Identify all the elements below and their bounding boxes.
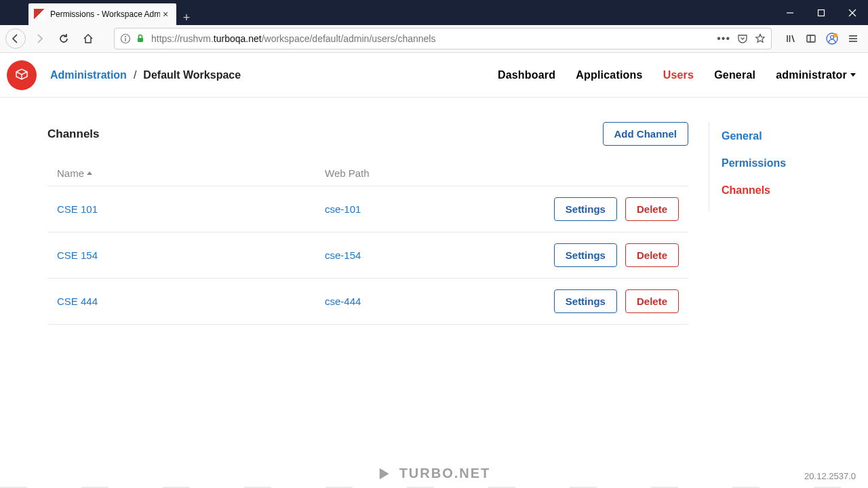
breadcrumb-current: Default Workspace <box>143 69 241 81</box>
forward-button[interactable] <box>28 28 50 49</box>
svg-rect-11 <box>807 35 815 42</box>
reload-button[interactable] <box>53 28 75 49</box>
footer-brand: TURBO.NET <box>399 466 491 481</box>
address-bar[interactable]: https://rushvm.turboqa.net/workspace/def… <box>114 28 772 49</box>
menu-icon[interactable] <box>848 33 859 44</box>
nav-user-menu[interactable]: administrator <box>776 69 856 81</box>
channel-name-link[interactable]: CSE 444 <box>57 296 98 307</box>
footer: TURBO.NET <box>0 466 868 481</box>
window-controls <box>774 0 868 25</box>
table-row: CSE 101cse-101SettingsDelete <box>47 186 688 232</box>
info-icon[interactable] <box>120 33 131 44</box>
delete-button[interactable]: Delete <box>625 197 679 221</box>
add-channel-button[interactable]: Add Channel <box>603 122 689 146</box>
page-title: Channels <box>47 127 100 141</box>
nav-dashboard[interactable]: Dashboard <box>498 69 555 81</box>
tab-close-icon[interactable]: × <box>160 9 171 20</box>
channel-path-link[interactable]: cse-444 <box>325 296 361 307</box>
svg-point-15 <box>833 33 837 37</box>
side-nav: General Permissions Channels <box>709 122 837 211</box>
browser-tab-bar: Permissions - Workspace Admi × + <box>0 0 868 25</box>
nav-general[interactable]: General <box>714 69 755 81</box>
channel-name-link[interactable]: CSE 101 <box>57 203 98 215</box>
maximize-icon[interactable] <box>806 0 837 25</box>
column-name[interactable]: Name <box>57 167 325 179</box>
back-button[interactable] <box>5 28 26 49</box>
settings-button[interactable]: Settings <box>554 197 617 221</box>
delete-button[interactable]: Delete <box>625 243 679 267</box>
more-icon[interactable]: ••• <box>717 33 730 45</box>
app-logo-icon[interactable] <box>7 60 37 90</box>
svg-point-14 <box>831 36 834 39</box>
main-nav: Dashboard Applications Users General adm… <box>498 69 856 81</box>
nav-applications[interactable]: Applications <box>576 69 642 81</box>
column-path[interactable]: Web Path <box>325 167 679 179</box>
svg-point-5 <box>125 36 126 37</box>
channel-name-link[interactable]: CSE 154 <box>57 249 98 261</box>
breadcrumb: Administration / Default Workspace <box>50 69 241 81</box>
svg-rect-1 <box>818 9 825 16</box>
app-header: Administration / Default Workspace Dashb… <box>0 53 868 98</box>
svg-line-10 <box>792 35 794 42</box>
library-icon[interactable] <box>785 33 796 44</box>
pocket-icon[interactable] <box>737 33 748 44</box>
table-row: CSE 444cse-444SettingsDelete <box>47 279 688 325</box>
sidenav-permissions[interactable]: Permissions <box>722 157 837 169</box>
close-window-icon[interactable] <box>837 0 868 25</box>
tab-title: Permissions - Workspace Admi <box>50 9 160 19</box>
channel-path-link[interactable]: cse-154 <box>325 249 361 261</box>
lock-icon[interactable] <box>135 33 146 44</box>
new-tab-button[interactable]: + <box>176 11 197 25</box>
browser-tab[interactable]: Permissions - Workspace Admi × <box>28 3 176 25</box>
tab-favicon-icon <box>34 9 45 20</box>
sidenav-general[interactable]: General <box>722 130 837 142</box>
delete-button[interactable]: Delete <box>625 289 679 313</box>
url-text: https://rushvm.turboqa.net/workspace/def… <box>151 33 717 44</box>
sort-asc-icon <box>87 171 92 175</box>
footer-logo-icon <box>378 466 393 481</box>
breadcrumb-separator: / <box>134 69 136 81</box>
browser-toolbar: https://rushvm.turboqa.net/workspace/def… <box>0 25 868 53</box>
home-button[interactable] <box>77 28 99 49</box>
table-row: CSE 154cse-154SettingsDelete <box>47 232 688 279</box>
bookmark-star-icon[interactable] <box>755 33 766 44</box>
channel-path-link[interactable]: cse-101 <box>325 203 361 215</box>
svg-rect-7 <box>138 38 143 42</box>
settings-button[interactable]: Settings <box>554 243 617 267</box>
sidebar-icon[interactable] <box>806 33 816 44</box>
table-header: Name Web Path <box>47 161 688 186</box>
chevron-down-icon <box>850 73 856 77</box>
version-label: 20.12.2537.0 <box>804 471 856 481</box>
profile-icon[interactable] <box>826 33 838 45</box>
breadcrumb-admin[interactable]: Administration <box>50 69 127 81</box>
channels-table: Name Web Path CSE 101cse-101SettingsDele… <box>47 161 688 325</box>
sidenav-channels[interactable]: Channels <box>722 184 837 197</box>
settings-button[interactable]: Settings <box>554 289 617 313</box>
minimize-icon[interactable] <box>774 0 806 25</box>
nav-users[interactable]: Users <box>663 69 694 81</box>
